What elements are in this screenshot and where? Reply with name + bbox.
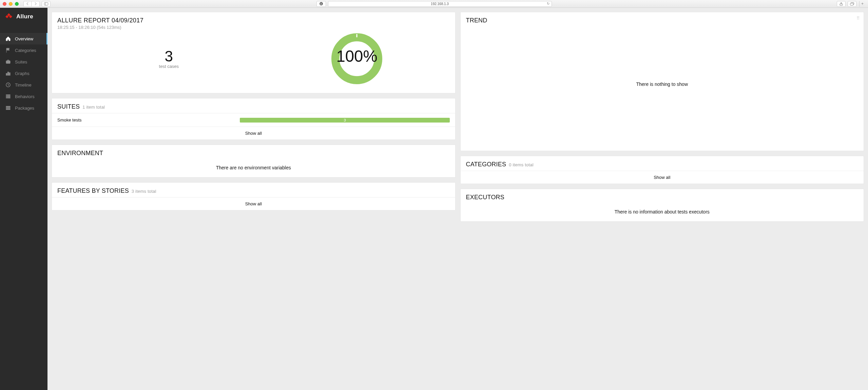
reload-icon[interactable]: ↻ xyxy=(547,2,549,5)
suite-name: Smoke tests xyxy=(57,117,234,123)
svg-rect-17 xyxy=(7,96,10,97)
sidebar-item-label: Categories xyxy=(15,48,36,53)
svg-rect-16 xyxy=(6,96,7,97)
svg-rect-15 xyxy=(7,95,10,95)
widget-summary: ALLURE REPORT 04/09/2017 18:25:15 - 18:2… xyxy=(52,12,456,93)
window-traffic-lights xyxy=(3,2,19,6)
suite-row[interactable]: Smoke tests 3 xyxy=(52,113,455,127)
browser-url-text: 192.168.1.3 xyxy=(431,2,449,6)
browser-back-button[interactable] xyxy=(23,1,32,7)
flag-icon xyxy=(5,48,11,53)
executors-message: There is no information about tests exec… xyxy=(466,204,859,217)
bar-chart-icon xyxy=(5,71,11,76)
svg-rect-21 xyxy=(6,108,10,108)
browser-tabs-button[interactable] xyxy=(848,1,856,7)
sidebar-item-label: Packages xyxy=(15,106,34,111)
sidebar: Allure Overview Categories Suites xyxy=(0,8,47,390)
svg-rect-18 xyxy=(6,97,7,98)
sidebar-item-graphs[interactable]: Graphs xyxy=(0,68,47,79)
widget-suites: SUITES 1 item total Smoke tests 3 Show a… xyxy=(52,98,456,140)
svg-rect-9 xyxy=(6,61,10,63)
browser-url-group: A 192.168.1.3 ↻ xyxy=(316,1,552,7)
trend-message: There is nothing to show xyxy=(461,81,864,87)
widget-environment: ENVIRONMENT There are no environment var… xyxy=(52,145,456,178)
sidebar-item-label: Suites xyxy=(15,59,27,64)
browser-forward-button[interactable] xyxy=(32,1,40,7)
svg-rect-14 xyxy=(6,95,7,95)
browser-right-tools: + xyxy=(837,1,865,7)
summary-stats: 3 test cases xyxy=(65,49,272,69)
sidebar-item-label: Timeline xyxy=(15,82,32,88)
categories-subtext: 0 items total xyxy=(509,162,534,167)
suite-bar: 3 xyxy=(240,118,449,123)
window-minimize-button[interactable] xyxy=(9,2,13,6)
brand[interactable]: Allure xyxy=(0,8,47,25)
suites-subtext: 1 item total xyxy=(82,105,105,110)
nav: Overview Categories Suites Graphs xyxy=(0,33,47,114)
svg-rect-4 xyxy=(850,3,853,5)
widget-features: FEATURES BY STORIES 3 items total Show a… xyxy=(52,182,456,210)
donut-percent-label: 100% xyxy=(336,47,377,65)
summary-donut-chart: 100% xyxy=(272,32,442,86)
environment-title: ENVIRONMENT xyxy=(57,150,103,157)
summary-count-label: test cases xyxy=(65,64,272,69)
summary-count: 3 xyxy=(65,49,272,64)
widget-executors: EXECUTORS There is no information about … xyxy=(460,189,864,222)
window-close-button[interactable] xyxy=(3,2,6,6)
trend-title: TREND xyxy=(466,17,487,24)
clock-icon xyxy=(5,82,11,88)
features-title: FEATURES BY STORIES xyxy=(57,187,129,194)
categories-show-all-link[interactable]: Show all xyxy=(461,171,864,184)
widget-trend: ⠿ TREND There is nothing to show xyxy=(460,12,864,151)
browser-sidebar-button[interactable] xyxy=(42,1,51,7)
features-show-all-link[interactable]: Show all xyxy=(52,197,455,210)
browser-new-tab-button[interactable]: + xyxy=(859,1,865,7)
summary-title: ALLURE REPORT 04/09/2017 xyxy=(57,17,450,24)
browser-share-button[interactable] xyxy=(837,1,846,7)
brand-name: Allure xyxy=(16,13,33,20)
sidebar-item-suites[interactable]: Suites xyxy=(0,56,47,68)
summary-subtitle: 18:25:15 - 18:26:10 (54s 123ms) xyxy=(57,25,450,30)
app-root: Allure Overview Categories Suites xyxy=(0,8,868,390)
sidebar-item-label: Behaviors xyxy=(15,94,35,99)
sidebar-item-overview[interactable]: Overview xyxy=(0,33,47,44)
sidebar-item-timeline[interactable]: Timeline xyxy=(0,79,47,91)
widget-categories: CATEGORIES 0 items total Show all xyxy=(460,156,864,184)
executors-title: EXECUTORS xyxy=(466,194,505,201)
suites-title: SUITES xyxy=(57,103,80,110)
layers-icon xyxy=(5,105,11,111)
environment-message: There are no environment variables xyxy=(57,160,450,172)
browser-chrome: A 192.168.1.3 ↻ + xyxy=(0,0,868,8)
browser-reader-button[interactable]: A xyxy=(316,1,326,7)
list-icon xyxy=(5,94,11,99)
drag-handle-icon[interactable]: ⠿ xyxy=(856,16,860,21)
sidebar-item-categories[interactable]: Categories xyxy=(0,44,47,56)
home-icon xyxy=(5,36,11,41)
suites-show-all-link[interactable]: Show all xyxy=(52,127,455,140)
suite-bar-label: 3 xyxy=(344,118,346,122)
svg-rect-12 xyxy=(9,73,10,75)
content: ALLURE REPORT 04/09/2017 18:25:15 - 18:2… xyxy=(47,8,868,390)
window-zoom-button[interactable] xyxy=(15,2,19,6)
categories-title: CATEGORIES xyxy=(466,161,506,168)
sidebar-item-label: Overview xyxy=(15,36,33,41)
briefcase-icon xyxy=(5,59,11,64)
svg-rect-10 xyxy=(6,73,7,75)
features-subtext: 3 items total xyxy=(132,189,156,194)
svg-rect-0 xyxy=(44,2,48,5)
sidebar-item-label: Graphs xyxy=(15,71,30,76)
sidebar-item-packages[interactable]: Packages xyxy=(0,102,47,114)
browser-url-bar[interactable]: 192.168.1.3 ↻ xyxy=(328,1,552,7)
sidebar-item-behaviors[interactable]: Behaviors xyxy=(0,91,47,102)
svg-rect-19 xyxy=(7,97,10,98)
browser-nav-buttons xyxy=(23,1,40,7)
right-column: ⠿ TREND There is nothing to show CATEGOR… xyxy=(460,12,864,386)
svg-rect-22 xyxy=(6,109,10,110)
allure-logo-icon xyxy=(5,13,13,21)
svg-rect-20 xyxy=(6,106,10,107)
left-column: ALLURE REPORT 04/09/2017 18:25:15 - 18:2… xyxy=(52,12,456,386)
svg-rect-11 xyxy=(8,72,9,75)
